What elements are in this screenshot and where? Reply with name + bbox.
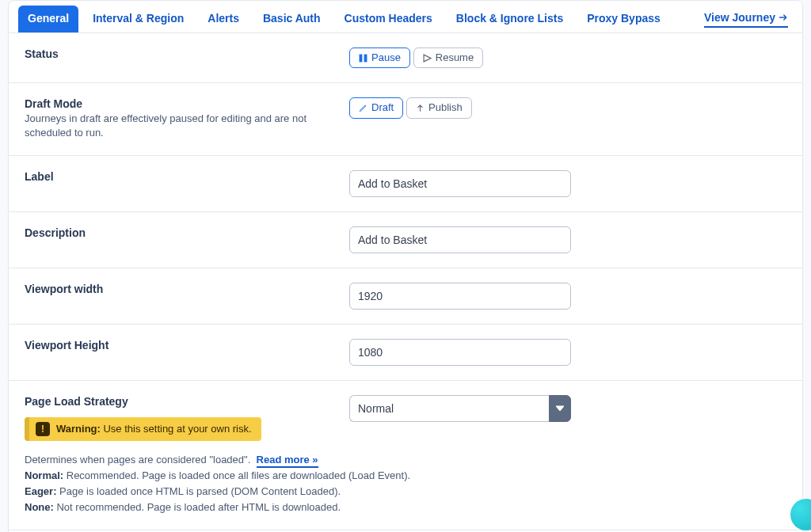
read-more-link[interactable]: Read more » [257, 454, 318, 468]
description-input[interactable] [349, 226, 571, 253]
row-label: Label [9, 156, 802, 212]
svg-marker-2 [424, 55, 431, 62]
publish-button-label: Publish [428, 102, 463, 113]
tab-block-ignore[interactable]: Block & Ignore Lists [447, 6, 573, 32]
viewport-height-label: Viewport Height [25, 339, 333, 352]
page-load-label: Page Load Strategy [25, 395, 333, 408]
tab-custom-headers[interactable]: Custom Headers [335, 6, 442, 32]
draft-mode-label: Draft Mode [25, 97, 333, 110]
caret-down-icon [556, 405, 564, 412]
arrow-right-icon [779, 13, 788, 22]
tab-alerts[interactable]: Alerts [198, 6, 249, 32]
row-viewport-width: Viewport width [9, 268, 802, 325]
play-icon [423, 54, 432, 63]
tab-proxy-bypass[interactable]: Proxy Bypass [577, 6, 670, 32]
none-text: Not recommended. Page is loaded after HT… [56, 501, 341, 513]
warning-text: Use this setting at your own risk. [103, 423, 251, 435]
eager-text: Page is loaded once HTML is parsed (DOM … [59, 485, 341, 497]
warning-title: Warning: [56, 423, 101, 435]
svg-marker-3 [556, 406, 564, 411]
draft-mode-help: Journeys in draft are effectively paused… [25, 112, 333, 140]
viewport-width-label: Viewport width [25, 283, 333, 295]
pencil-icon [359, 104, 367, 112]
viewport-height-input[interactable] [349, 339, 571, 366]
viewport-width-input[interactable] [349, 283, 571, 310]
row-draft-mode: Draft Mode Journeys in draft are effecti… [9, 83, 802, 155]
publish-button[interactable]: Publish [406, 97, 472, 118]
view-journey-link[interactable]: View Journey [704, 11, 788, 28]
pause-icon [359, 54, 367, 63]
page-load-intro: Determines when pages are considered "lo… [25, 454, 250, 466]
row-viewport-height: Viewport Height [9, 325, 802, 381]
row-page-load-strategy: Page Load Strategy ! Warning: Use this s… [9, 381, 802, 531]
resume-button-label: Resume [436, 52, 474, 63]
eager-bold: Eager: [25, 485, 56, 497]
normal-bold: Normal: [25, 469, 63, 481]
label-field-label: Label [25, 170, 333, 183]
settings-panel: General Interval & Region Alerts Basic A… [8, 0, 803, 532]
description-field-label: Description [25, 226, 333, 239]
status-label: Status [25, 48, 333, 60]
pause-button-label: Pause [371, 52, 401, 63]
page-load-select-value[interactable] [349, 395, 549, 422]
view-journey-label: View Journey [704, 11, 775, 24]
none-bold: None: [25, 501, 54, 513]
tab-general[interactable]: General [18, 6, 78, 32]
arrow-up-icon [416, 104, 425, 112]
tab-interval-region[interactable]: Interval & Region [83, 6, 193, 32]
svg-rect-1 [364, 55, 367, 62]
page-load-select-caret[interactable] [549, 395, 571, 422]
page-load-description: Determines when pages are considered "lo… [25, 452, 786, 516]
tab-basic-auth[interactable]: Basic Auth [253, 6, 330, 32]
pause-button[interactable]: Pause [349, 48, 410, 68]
row-description: Description [9, 212, 802, 268]
draft-button-label: Draft [371, 102, 394, 113]
label-input[interactable] [349, 170, 571, 197]
row-status: Status Pause Resume [9, 33, 802, 83]
tabs-bar: General Interval & Region Alerts Basic A… [9, 1, 802, 33]
svg-rect-0 [360, 55, 362, 62]
draft-button[interactable]: Draft [349, 97, 403, 118]
page-load-select[interactable] [349, 395, 571, 422]
resume-button[interactable]: Resume [413, 48, 483, 68]
warning-icon: ! [36, 422, 50, 436]
warning-banner: ! Warning: Use this setting at your own … [25, 417, 261, 441]
normal-text: Recommended. Page is loaded once all fil… [67, 469, 410, 481]
